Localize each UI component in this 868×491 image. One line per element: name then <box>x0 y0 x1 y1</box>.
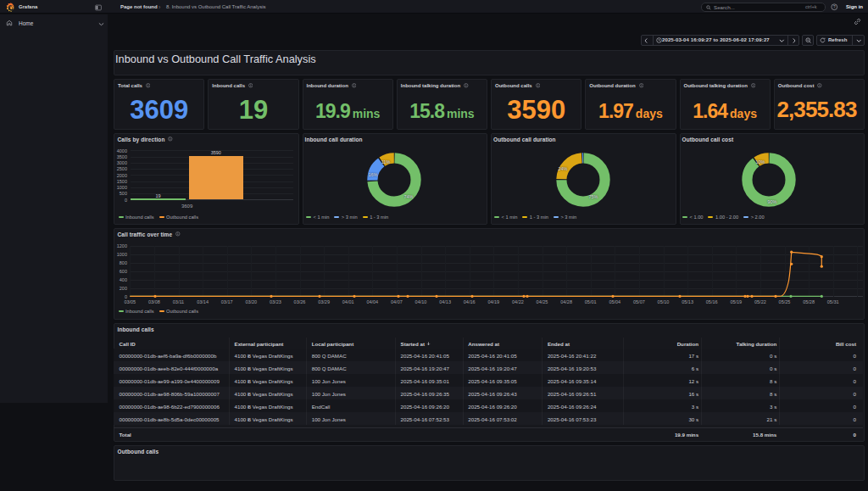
svg-text:?: ? <box>833 5 836 9</box>
